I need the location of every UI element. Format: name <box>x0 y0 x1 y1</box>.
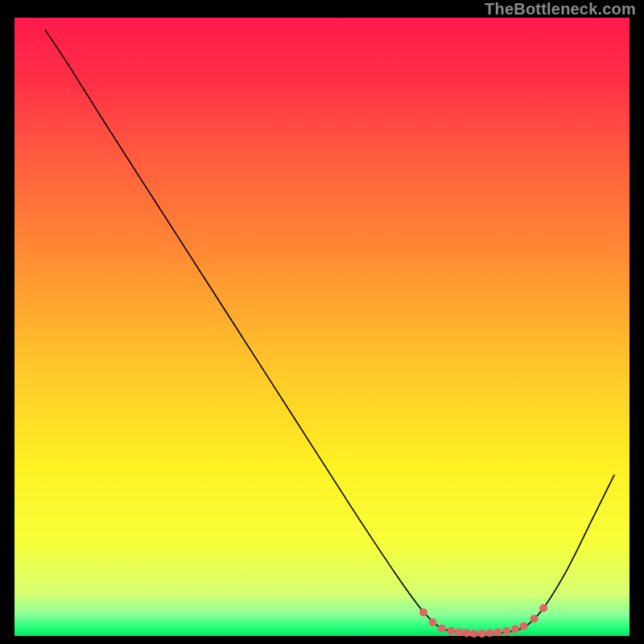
marker-dot <box>539 604 547 612</box>
marker-dot <box>511 625 519 634</box>
marker-dot <box>520 622 528 630</box>
plot-area <box>14 18 630 636</box>
marker-dot <box>455 628 463 636</box>
marker-dot <box>429 618 437 626</box>
marker-dot <box>419 609 427 617</box>
bottleneck-chart <box>0 0 644 644</box>
marker-dot <box>502 627 510 635</box>
marker-dot <box>438 625 446 633</box>
chart-container: TheBottleneck.com <box>0 0 644 644</box>
marker-dot <box>494 628 502 636</box>
marker-dot <box>530 615 539 623</box>
marker-dot <box>447 627 455 635</box>
marker-dot <box>478 630 486 638</box>
marker-dot <box>470 630 478 638</box>
marker-dot <box>486 629 494 637</box>
marker-dot <box>463 629 471 637</box>
watermark-label: TheBottleneck.com <box>485 0 636 19</box>
